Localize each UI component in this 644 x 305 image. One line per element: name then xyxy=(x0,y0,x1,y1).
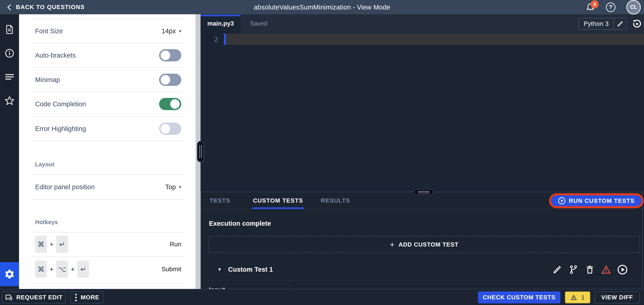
app-window: BACK TO QUESTIONS absoluteValuesSumMinim… xyxy=(0,0,644,305)
help-button[interactable]: ? xyxy=(606,2,616,12)
delete-test-button[interactable] xyxy=(585,264,595,275)
editor-tab-bar: main.py3 Saved Python 3 xyxy=(200,14,644,33)
divider xyxy=(31,67,184,68)
language-value[interactable]: Python 3 xyxy=(579,20,614,28)
kebab-menu-icon xyxy=(75,294,77,302)
sidebar-item-favorites[interactable] xyxy=(0,91,19,110)
enter-keycap: ↵ xyxy=(77,260,89,278)
run-custom-tests-button[interactable]: RUN CUSTOM TESTS xyxy=(551,195,642,206)
edit-language-button[interactable] xyxy=(614,18,626,29)
collapse-caret-icon[interactable]: ▼ xyxy=(217,267,222,272)
divider xyxy=(31,18,184,19)
setting-row-minimap: Minimap xyxy=(35,74,181,86)
code-editor[interactable]: main.py3 Saved Python 3 2 xyxy=(200,14,644,192)
auto-brackets-toggle[interactable] xyxy=(159,49,181,62)
toggle-knob xyxy=(161,124,170,134)
warning-triangle-icon xyxy=(570,294,577,301)
pencil-icon xyxy=(617,20,624,27)
request-edit-button[interactable]: REQUEST EDIT xyxy=(2,292,66,304)
custom-test-actions xyxy=(552,264,628,275)
more-button[interactable]: MORE xyxy=(70,292,104,304)
plus-separator: + xyxy=(50,266,53,273)
enter-keycap: ↵ xyxy=(56,236,68,253)
tab-main-py3[interactable]: main.py3 xyxy=(200,14,241,33)
font-size-value: 14px xyxy=(162,28,176,35)
git-branch-icon xyxy=(569,265,578,274)
divider xyxy=(31,232,184,232)
reset-history-icon xyxy=(632,19,642,29)
divider xyxy=(31,256,184,257)
sidebar-item-details[interactable] xyxy=(0,68,19,86)
check-custom-tests-label: CHECK CUSTOM TESTS xyxy=(483,294,556,301)
plus-separator: + xyxy=(71,266,74,273)
editor-panel-position-dropdown[interactable]: Top ▾ xyxy=(165,183,181,191)
warning-count: 1 xyxy=(581,294,585,301)
edit-test-button[interactable] xyxy=(552,264,562,275)
font-size-label: Font Size xyxy=(35,28,63,35)
minimap-toggle[interactable] xyxy=(159,74,181,86)
run-single-test-button[interactable] xyxy=(617,264,628,275)
toggle-knob xyxy=(170,99,180,109)
pencil-icon xyxy=(552,265,562,274)
editor-panel-position-label: Editor panel position xyxy=(35,183,95,191)
error-highlighting-label: Error Highlighting xyxy=(35,125,86,132)
minimap-label: Minimap xyxy=(35,76,60,84)
test-warning-button[interactable] xyxy=(601,264,611,275)
error-highlighting-toggle[interactable] xyxy=(159,122,181,135)
avatar[interactable]: CL xyxy=(626,0,641,14)
sidebar-item-info[interactable] xyxy=(0,44,19,63)
setting-row-font-size: Font Size 14px ▾ xyxy=(35,25,181,38)
document-icon xyxy=(5,24,14,34)
chevron-down-icon: ▾ xyxy=(179,184,181,190)
hotkey-keys: ⌘ + ↵ xyxy=(35,236,68,253)
tests-panel: TESTS CUSTOM TESTS RESULTS RUN CUSTOM TE… xyxy=(200,192,644,289)
view-diff-button[interactable]: VIEW DIFF xyxy=(594,292,640,304)
tests-scrollbar[interactable] xyxy=(642,192,643,289)
add-custom-test-button[interactable]: + ADD CUSTOM TEST xyxy=(208,236,640,253)
trash-icon xyxy=(585,265,594,274)
panel-resize-handle-horizontal[interactable] xyxy=(414,189,434,195)
code-completion-label: Code Completion xyxy=(35,100,86,108)
tab-custom-tests[interactable]: CUSTOM TESTS xyxy=(253,192,303,209)
code-completion-toggle[interactable] xyxy=(159,98,181,110)
panel-resize-handle-vertical[interactable] xyxy=(197,141,204,162)
table-column-divider xyxy=(289,280,290,289)
topbar-actions: 3 ? CL xyxy=(586,0,641,14)
star-icon xyxy=(4,96,15,106)
check-custom-tests-button[interactable]: CHECK CUSTOM TESTS xyxy=(478,292,560,304)
tab-tests[interactable]: TESTS xyxy=(210,192,230,209)
annotation-highlight-ring: RUN CUSTOM TESTS xyxy=(549,193,644,208)
hotkey-row-run: ⌘ + ↵ Run xyxy=(35,236,181,253)
save-status: Saved xyxy=(250,14,268,33)
editor-current-line[interactable]: 2 xyxy=(200,34,644,45)
chat-icon xyxy=(5,294,13,301)
warning-count-badge[interactable]: 1 xyxy=(565,292,590,304)
chevron-down-icon: ▾ xyxy=(179,28,181,34)
back-label: BACK TO QUESTIONS xyxy=(16,4,85,11)
hotkey-action-submit: Submit xyxy=(162,266,181,273)
notifications-button[interactable]: 3 xyxy=(586,2,595,12)
language-selector: Python 3 xyxy=(578,18,627,30)
setting-row-error-highlighting: Error Highlighting xyxy=(35,122,181,135)
left-sidebar xyxy=(0,14,19,289)
back-to-questions-button[interactable]: BACK TO QUESTIONS xyxy=(7,0,85,14)
toggle-knob xyxy=(161,50,170,60)
chevron-left-icon xyxy=(7,4,12,11)
tab-results[interactable]: RESULTS xyxy=(321,192,350,209)
setting-row-auto-brackets: Auto-brackets xyxy=(35,49,181,62)
layout-section-header: Layout xyxy=(35,161,54,168)
top-bar: BACK TO QUESTIONS absoluteValuesSumMinim… xyxy=(0,0,644,14)
text-cursor xyxy=(224,34,226,45)
divider xyxy=(31,199,184,200)
sidebar-item-description[interactable] xyxy=(0,20,19,39)
hotkey-action-run: Run xyxy=(170,241,181,248)
view-diff-label: VIEW DIFF xyxy=(601,294,633,301)
sidebar-item-settings-active[interactable] xyxy=(0,262,19,286)
reset-code-button[interactable] xyxy=(631,18,643,30)
font-size-dropdown[interactable]: 14px ▾ xyxy=(162,28,181,35)
text-lines-icon xyxy=(5,73,14,81)
fork-test-button[interactable] xyxy=(568,264,579,275)
custom-test-row: ▼ Custom Test 1 xyxy=(208,259,641,280)
bottom-action-bar: REQUEST EDIT MORE CHECK CUSTOM TESTS 1 V… xyxy=(0,289,644,305)
line-number: 2 xyxy=(200,34,218,45)
